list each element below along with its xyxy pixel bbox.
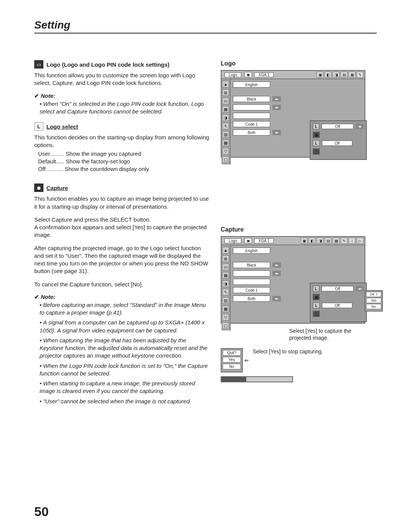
sub-row: LOff (313, 302, 364, 308)
capture-section: ⏺ Capture This function enables you to c… (34, 184, 209, 405)
note-item: Before capturing an image, select "Stand… (40, 301, 209, 317)
menu-value: Black (233, 96, 270, 102)
toolbar-icon: ▦ (333, 238, 339, 244)
side-icon: ▭ (222, 264, 229, 270)
exit-icon: ▢ (313, 311, 320, 317)
capture-progress-bar (221, 376, 293, 382)
left-right-arrows-icon: ◂▸ (356, 124, 364, 129)
sub-row: LOff◂▸ (313, 123, 364, 129)
sub-row: LOff◂▸ (313, 286, 364, 292)
up-arrow-icon: ▲ (222, 247, 229, 254)
logo-section: ▭ Logo (Logo and Logo PIN code lock sett… (34, 60, 209, 115)
down-arrow-icon: ▽ (222, 314, 229, 321)
content-columns: ▭ Logo (Logo and Logo PIN code lock sett… (34, 60, 377, 412)
left-right-arrows-icon: ◂▸ (272, 105, 281, 110)
no-button[interactable]: No (366, 304, 381, 309)
toolbar-icon: i (349, 238, 355, 244)
page-title: Setting (34, 19, 377, 31)
menu-value: Code 1 (233, 287, 270, 293)
sub-value: Off (322, 141, 352, 146)
left-right-arrows-icon: ◂▸ (272, 296, 281, 301)
quit-popup: Quit? Yes No (221, 348, 243, 372)
side-icons: ▲ ◍ ▭ ▦ ◑ ↖ ▨ ▩ ▽ ▢ (221, 245, 231, 331)
signal-icon: ◙ (244, 72, 252, 77)
logo-select-title: Logo select (46, 123, 78, 130)
left-right-arrows-icon: ◂▸ (356, 286, 364, 291)
no-button[interactable]: No (223, 364, 241, 369)
side-icon: ◍ (222, 255, 229, 262)
menu-value (233, 113, 270, 119)
side-icon: ▢ (222, 156, 229, 163)
camera-icon: ▣ (313, 294, 320, 300)
left-right-arrows-icon: ◂▸ (272, 271, 281, 276)
logo-title: Logo (Logo and Logo PIN code lock settin… (46, 61, 169, 68)
menu-value (233, 270, 270, 276)
logo-select-body: This function decides on the starting-up… (34, 134, 209, 149)
side-icon: ▦ (222, 272, 229, 279)
logo-note-list: When "On" is selected in the Logo PIN co… (34, 100, 209, 116)
left-right-arrows-icon: ◂▸ (272, 130, 281, 135)
logo-select-section: L Logo select This function decides on t… (34, 122, 209, 173)
quit-label: Quit? (223, 350, 241, 356)
note-item: When the Logo PIN code lock function is … (40, 362, 209, 378)
sub-value: Off (322, 303, 352, 308)
sub-row: LOff (313, 140, 364, 146)
note-item: When "On" is selected in the Logo PIN co… (40, 100, 209, 116)
note-item: A signal from a computer can be captured… (40, 319, 209, 334)
capture-body-4: To cancel the Capture function, select [… (34, 281, 209, 288)
menu-row: Black◂▸ (233, 96, 362, 102)
left-right-arrows-icon: ◂▸ (272, 262, 281, 268)
logo-note-label: Note: (34, 93, 209, 99)
def-row: User......... Show the image you capture… (38, 150, 209, 158)
toolbar-icon: ▣ (301, 238, 307, 244)
quit-group: Quit? Yes No ⇐ Select [Yes] to stop capt… (221, 348, 365, 372)
side-icon: ▨ (222, 131, 229, 138)
capture-body-1: This function enables you to capture an … (34, 195, 209, 211)
ok-label: OK ? (366, 292, 381, 297)
note-item: When capturing the image that has been a… (40, 337, 209, 360)
lock-icon: L (313, 302, 320, 308)
topbar-icons: ▣ ◧ ◨ ▤ ▦ ✎ (317, 72, 363, 78)
menu-row (233, 113, 362, 119)
yes-button[interactable]: Yes (223, 357, 241, 363)
camera-icon: ▣ (313, 132, 320, 138)
capture-title: Capture (46, 185, 68, 191)
sub-value: Off (322, 286, 354, 291)
signal-label: XGA 1 (254, 238, 274, 243)
toolbar-icon: ✎ (341, 238, 347, 244)
left-right-arrows-icon: ◂▸ (272, 96, 281, 102)
menu-row: Black◂▸ (233, 262, 362, 268)
menu-value: Black (233, 262, 270, 268)
note-item: "User" cannot be selected when the image… (40, 398, 209, 405)
side-icon: ▢ (222, 322, 229, 329)
ok-popup: OK ? Yes No (365, 290, 383, 312)
side-icon: ◑ (222, 280, 229, 287)
toolbar-icon: ◨ (333, 72, 339, 78)
toolbar-icon: ▦ (349, 72, 355, 78)
logo-icon: ▭ (34, 60, 43, 69)
sub-row: ▢ (313, 149, 364, 155)
side-icon: ▭ (222, 97, 229, 104)
menu-value (233, 279, 270, 285)
topbar-icons: ▣ ◧ ◨ ▤ ▦ ✎ i ▷ (301, 238, 363, 244)
toolbar-icon: ▣ (317, 72, 323, 78)
capture-sub-panel: LOff◂▸ ▣ LOff ▢ (310, 283, 367, 322)
l-icon: L (313, 286, 319, 292)
sub-row: ▣ (313, 294, 364, 300)
left-column: ▭ Logo (Logo and Logo PIN code lock sett… (34, 60, 209, 412)
toolbar-icon: ◧ (309, 238, 315, 244)
toolbar-icon: ▷ (357, 238, 363, 244)
menu-value: English (233, 81, 270, 88)
side-icon: ◍ (222, 89, 229, 96)
menu-value: Code 1 (233, 121, 270, 127)
logo-menu-window: Logo ◙ XGA 1 ▣ ◧ ◨ ▤ ▦ ✎ ▲ ◍ (221, 70, 365, 158)
toolbar-icon: ◨ (317, 238, 323, 244)
capture-note-list: Before capturing an image, select "Stand… (34, 301, 209, 405)
sub-row: ▣ (313, 132, 364, 138)
yes-button[interactable]: Yes (366, 298, 381, 303)
capture-body-2: Select Capture and press the SELECT butt… (34, 216, 209, 239)
logo-body: This function allows you to customize th… (34, 72, 209, 87)
page-header: Setting (34, 19, 377, 34)
menu-row: ◂▸ (233, 104, 362, 110)
sub-row: ▢ (313, 311, 364, 317)
